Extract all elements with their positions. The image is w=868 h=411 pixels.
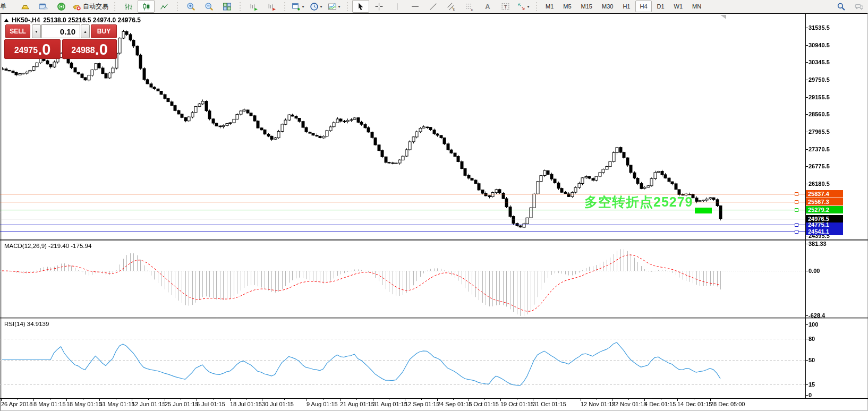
price-level-label: 24541.1 (806, 228, 843, 235)
timeframe-m30[interactable]: M30 (598, 1, 617, 12)
buy-price-box[interactable]: 24988.0 (62, 39, 117, 59)
toolbar-grip[interactable] (283, 2, 287, 11)
price-axis-tick: 27965.5 (809, 129, 830, 135)
rsi-axis-tick: 15 (809, 381, 815, 388)
tile-windows-icon[interactable] (218, 0, 235, 13)
profiles-icon[interactable]: ▾ (308, 0, 325, 13)
search-icon[interactable] (832, 0, 849, 13)
current-price-label: 24976.5 (806, 215, 843, 222)
signals-icon[interactable] (53, 0, 70, 13)
time-axis-label: 8 May 01:15 (33, 401, 66, 407)
time-axis-label: 28 Dec 05:00 (710, 401, 745, 407)
svg-text:A: A (485, 3, 490, 11)
price-axis-tick: 26775.5 (809, 163, 830, 169)
cursor-icon[interactable] (352, 0, 369, 13)
volume-input[interactable] (41, 24, 80, 38)
sell-price-int: 24975 (14, 44, 38, 57)
autotrading-button[interactable]: 自动交易 (71, 0, 110, 13)
bar-chart-icon[interactable] (120, 0, 137, 13)
toolbar: 新订单自动交易▾▾▾EFAT▾M1M5M15M30H1H4D1W1MN (0, 0, 868, 13)
zoom-in-icon[interactable] (182, 0, 199, 13)
market-watch-icon (21, 2, 30, 11)
profiles-icon (310, 2, 319, 11)
toolbar-grip[interactable] (113, 2, 117, 11)
price-axis-tick: 27370.5 (809, 146, 830, 152)
chevron-down-icon[interactable]: ▾ (320, 4, 322, 9)
chart-annotation-highlight[interactable] (695, 208, 712, 213)
chat-icon[interactable] (850, 0, 867, 13)
time-axis-label: 31 Oct 01:15 (533, 401, 566, 407)
toolbar-grip[interactable] (345, 2, 350, 11)
candlestick-chart-icon[interactable] (138, 0, 155, 13)
chevron-down-icon[interactable]: ▾ (302, 4, 304, 9)
timeframe-m1[interactable]: M1 (541, 1, 558, 12)
volume-increase-button[interactable]: ▲ (81, 24, 90, 38)
timeframe-h1[interactable]: H1 (618, 1, 634, 12)
time-axis-label: 19 Oct 01:15 (500, 401, 534, 407)
chevron-down-icon[interactable]: ▾ (338, 4, 340, 9)
volume-decrease-button[interactable]: ▼ (32, 24, 41, 38)
time-axis-label: 30 Jul 01:15 (262, 401, 294, 407)
line-chart-icon[interactable] (156, 0, 173, 13)
new-order-button[interactable]: 新订单 (0, 1, 16, 12)
svg-text:T: T (504, 4, 507, 10)
equidistant-channel-icon[interactable]: E (442, 0, 459, 13)
time-axis-label: 22 Nov 01:15 (612, 401, 646, 407)
market-watch-icon[interactable] (16, 0, 33, 13)
timeframe-w1[interactable]: W1 (670, 1, 687, 12)
terminal-icon[interactable] (35, 0, 52, 13)
horizontal-line-icon[interactable] (406, 0, 423, 13)
time-axis-label: 9 Aug 01:15 (307, 401, 338, 407)
chart-symbol-period: HK50-,H4 (12, 16, 40, 24)
time-axis-label: 8 Oct 01:15 (469, 401, 499, 407)
chevron-down-icon[interactable]: ▾ (527, 4, 529, 9)
chart-shift-marker[interactable] (720, 15, 726, 19)
timeframe-m5[interactable]: M5 (559, 1, 575, 12)
price-level-label: 25837.4 (806, 190, 843, 198)
chart-ohlc-values: 25138.0 25216.5 24974.0 24976.5 (43, 16, 141, 24)
chart-shift-icon (267, 2, 276, 11)
timeframe-m15[interactable]: M15 (577, 1, 597, 12)
fibonacci-icon: F (465, 2, 474, 11)
collapse-arrow-icon[interactable] (4, 19, 8, 22)
new-chart-icon[interactable]: ▾ (290, 0, 307, 13)
one-click-trading-panel: SELL ▼ ▲ BUY 24975.0 24988.0 (4, 24, 117, 59)
templates-icon[interactable]: ▾ (326, 0, 343, 13)
fibonacci-icon[interactable]: F (461, 0, 478, 13)
crosshair-icon[interactable] (370, 0, 387, 13)
toolbar-grip[interactable] (534, 2, 539, 11)
toolbar-grip[interactable] (175, 2, 180, 11)
price-axis-tick: 31535.5 (809, 24, 830, 31)
pane-separator[interactable] (0, 317, 868, 320)
time-axis-label: 6 Jul 01:15 (197, 401, 225, 407)
price-axis-tick: 29750.5 (809, 76, 830, 83)
chart-annotation-text[interactable]: 多空转折点25279 (584, 193, 693, 211)
arrows-icon[interactable]: ▾ (515, 0, 532, 13)
search-icon (837, 2, 846, 11)
pane-separator[interactable] (0, 239, 868, 242)
trendline-icon[interactable] (424, 0, 441, 13)
chart-canvas[interactable] (0, 0, 868, 411)
sell-button[interactable]: SELL (5, 24, 30, 38)
vertical-line-icon[interactable] (388, 0, 405, 13)
text-label-icon[interactable]: A (479, 0, 496, 13)
text-box-icon[interactable]: T (497, 0, 514, 13)
time-axis-label: 31 May 01:15 (99, 401, 135, 407)
vertical-line-icon (393, 2, 402, 11)
autotrading-icon (72, 2, 81, 11)
zoom-out-icon[interactable] (200, 0, 217, 13)
time-axis-label: 31 Aug 01:15 (373, 401, 407, 407)
sell-price-box[interactable]: 24975.0 (4, 39, 61, 59)
timeframe-h4[interactable]: H4 (635, 1, 651, 12)
timeframe-mn[interactable]: MN (688, 1, 705, 12)
time-axis-label: 26 Apr 2018 (1, 401, 32, 407)
candlestick-chart-icon (142, 2, 151, 11)
auto-scroll-icon[interactable] (245, 0, 262, 13)
timeframe-d1[interactable]: D1 (653, 1, 669, 12)
buy-button[interactable]: BUY (91, 24, 117, 38)
price-axis-tick: 30940.5 (809, 42, 830, 48)
price-level-label: 25567.3 (806, 198, 843, 206)
chart-shift-icon[interactable] (263, 0, 280, 13)
toolbar-grip[interactable] (238, 2, 242, 11)
price-axis-tick: 29155.5 (809, 94, 830, 100)
